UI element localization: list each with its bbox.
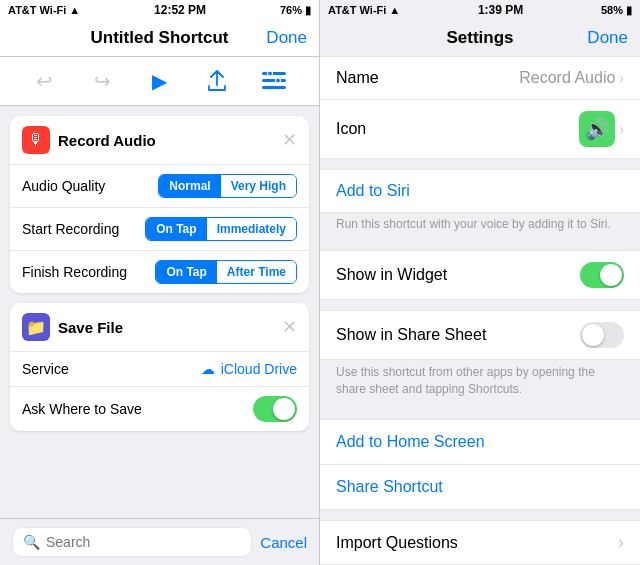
name-value: Record Audio <box>519 69 615 87</box>
share-sheet-help-text: Use this shortcut from other apps by ope… <box>320 360 640 408</box>
search-bar: 🔍 Cancel <box>0 518 319 565</box>
add-to-home-screen-button[interactable]: Add to Home Screen <box>320 419 640 465</box>
finish-recording-row: Finish Recording On Tap After Time <box>10 251 309 293</box>
show-in-widget-row[interactable]: Show in Widget <box>320 250 640 300</box>
name-row[interactable]: Name Record Audio › <box>320 56 640 100</box>
svg-point-4 <box>276 78 281 83</box>
segment-aftertime[interactable]: After Time <box>217 261 296 283</box>
save-file-close-button[interactable]: ✕ <box>282 316 297 338</box>
settings-toggle-button[interactable] <box>258 65 290 97</box>
redo-button[interactable]: ↪ <box>86 65 118 97</box>
icon-chevron-icon: › <box>619 121 624 137</box>
left-carrier: AT&T Wi-Fi <box>8 4 66 16</box>
gap-1 <box>320 159 640 169</box>
svg-rect-0 <box>262 72 286 75</box>
segment-veryhigh[interactable]: Very High <box>221 175 296 197</box>
undo-button[interactable]: ↩ <box>29 65 61 97</box>
start-recording-segment[interactable]: On Tap Immediately <box>145 217 297 241</box>
right-time: 1:39 PM <box>478 3 523 17</box>
save-file-card: 📁 Save File ✕ Service ☁ iCloud Drive Ask… <box>10 303 309 431</box>
shortcut-icon-preview: 🔊 <box>579 111 615 147</box>
share-sheet-section: Show in Share Sheet Use this shortcut fr… <box>320 310 640 408</box>
show-in-widget-toggle[interactable] <box>580 262 624 288</box>
left-time: 12:52 PM <box>154 3 206 17</box>
save-file-title: Save File <box>58 319 123 336</box>
left-nav-bar: Untitled Shortcut Done <box>0 20 319 57</box>
home-share-section: Add to Home Screen Share Shortcut <box>320 419 640 510</box>
segment-immediately[interactable]: Immediately <box>207 218 296 240</box>
service-label: Service <box>22 361 69 377</box>
start-recording-label: Start Recording <box>22 221 119 237</box>
right-done-button[interactable]: Done <box>587 28 628 48</box>
right-status-right: 58% ▮ <box>601 4 632 17</box>
record-audio-title: Record Audio <box>58 132 156 149</box>
segment-normal[interactable]: Normal <box>159 175 220 197</box>
import-questions-row[interactable]: Import Questions › <box>320 520 640 565</box>
record-audio-icon: 🎙 <box>22 126 50 154</box>
segment-ontap-start[interactable]: On Tap <box>146 218 206 240</box>
left-done-button[interactable]: Done <box>266 28 307 48</box>
siri-section: Add to Siri Run this shortcut with your … <box>320 169 640 239</box>
icon-label: Icon <box>336 120 366 138</box>
search-cancel-button[interactable]: Cancel <box>260 534 307 551</box>
name-icon-section: Name Record Audio › Icon 🔊 › <box>320 56 640 159</box>
play-button[interactable]: ▶ <box>143 65 175 97</box>
svg-point-3 <box>268 72 273 76</box>
share-button[interactable] <box>201 65 233 97</box>
gap-2 <box>320 239 640 249</box>
save-file-header-left: 📁 Save File <box>22 313 123 341</box>
record-audio-close-button[interactable]: ✕ <box>282 129 297 151</box>
icloud-label: iCloud Drive <box>221 361 297 377</box>
search-input-wrap: 🔍 <box>12 527 252 557</box>
right-nav-title: Settings <box>446 28 513 48</box>
siri-help-text: Run this shortcut with your voice by add… <box>320 213 640 239</box>
left-status-right: 76% ▮ <box>280 4 311 17</box>
service-row: Service ☁ iCloud Drive <box>10 352 309 387</box>
search-icon: 🔍 <box>23 534 40 550</box>
share-shortcut-button[interactable]: Share Shortcut <box>320 465 640 510</box>
ask-where-row: Ask Where to Save <box>10 387 309 431</box>
import-chevron-icon: › <box>618 532 624 553</box>
import-section: Import Questions › <box>320 520 640 565</box>
icon-value-wrap: 🔊 › <box>579 111 624 147</box>
right-panel: AT&T Wi-Fi ▲ 1:39 PM 58% ▮ Settings Done… <box>320 0 640 565</box>
gap-5 <box>320 510 640 520</box>
right-carrier: AT&T Wi-Fi <box>328 4 386 16</box>
gap-4 <box>320 408 640 418</box>
show-in-share-sheet-toggle[interactable] <box>580 322 624 348</box>
show-in-share-sheet-label: Show in Share Sheet <box>336 326 486 344</box>
icloud-service-value[interactable]: ☁ iCloud Drive <box>201 361 297 377</box>
finish-recording-segment[interactable]: On Tap After Time <box>155 260 297 284</box>
add-to-siri-label: Add to Siri <box>336 182 410 200</box>
icon-row[interactable]: Icon 🔊 › <box>320 100 640 159</box>
ask-where-label: Ask Where to Save <box>22 401 142 417</box>
audio-quality-segment[interactable]: Normal Very High <box>158 174 297 198</box>
right-battery: 58% <box>601 4 623 16</box>
show-in-share-sheet-row[interactable]: Show in Share Sheet <box>320 310 640 360</box>
ask-where-toggle[interactable] <box>253 396 297 422</box>
svg-rect-1 <box>262 79 286 82</box>
name-value-wrap: Record Audio › <box>519 69 624 87</box>
settings-content: Name Record Audio › Icon 🔊 › Add to Siri <box>320 56 640 565</box>
import-questions-label: Import Questions <box>336 534 458 552</box>
record-audio-header: 🎙 Record Audio ✕ <box>10 116 309 165</box>
right-battery-icon: ▮ <box>626 4 632 17</box>
add-to-siri-row[interactable]: Add to Siri <box>320 169 640 213</box>
battery-icon: ▮ <box>305 4 311 17</box>
record-audio-card: 🎙 Record Audio ✕ Audio Quality Normal Ve… <box>10 116 309 293</box>
right-status-bar: AT&T Wi-Fi ▲ 1:39 PM 58% ▮ <box>320 0 640 20</box>
left-battery: 76% <box>280 4 302 16</box>
search-input[interactable] <box>46 534 241 550</box>
left-status-bar: AT&T Wi-Fi ▲ 12:52 PM 76% ▮ <box>0 0 319 20</box>
name-label: Name <box>336 69 379 87</box>
right-wifi-icon: ▲ <box>389 4 400 16</box>
right-status-left: AT&T Wi-Fi ▲ <box>328 4 400 16</box>
shortcut-content: 🎙 Record Audio ✕ Audio Quality Normal Ve… <box>0 106 319 518</box>
toolbar: ↩ ↪ ▶ <box>0 57 319 106</box>
left-panel: AT&T Wi-Fi ▲ 12:52 PM 76% ▮ Untitled Sho… <box>0 0 320 565</box>
segment-ontap-finish[interactable]: On Tap <box>156 261 216 283</box>
right-nav-bar: Settings Done <box>320 20 640 56</box>
start-recording-row: Start Recording On Tap Immediately <box>10 208 309 251</box>
save-file-icon: 📁 <box>22 313 50 341</box>
svg-rect-2 <box>262 86 286 89</box>
